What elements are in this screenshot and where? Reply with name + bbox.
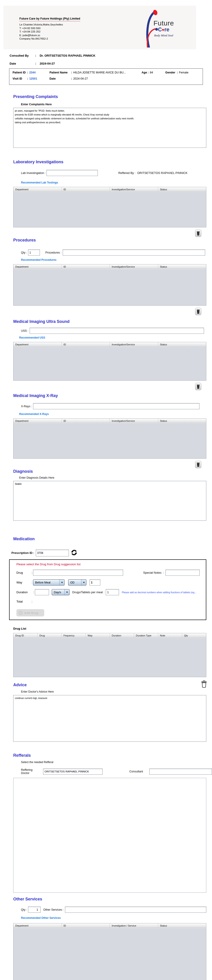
company-address: Le Chainter,Victoria,Mahe,Seychelles xyxy=(19,23,80,27)
fractions-note: Please add as decimal numbers when addin… xyxy=(122,591,196,594)
column-header-department[interactable]: Department xyxy=(13,923,62,928)
consultant-input[interactable] xyxy=(149,768,212,775)
frequency-select[interactable]: OD xyxy=(68,579,87,585)
column-header-status[interactable]: Status xyxy=(158,264,206,269)
procedures-trash-button[interactable] xyxy=(195,308,201,315)
referral-hint-label: Select the needed Refferal xyxy=(21,760,212,764)
advice-textarea[interactable]: continue current mgt, reassure xyxy=(13,695,206,742)
column-header-investigation-service[interactable]: Investigation/Service xyxy=(110,418,158,423)
column-header-qty[interactable]: Qty xyxy=(182,633,206,638)
column-header-department[interactable]: Department xyxy=(13,187,62,191)
other-services-qty-input[interactable] xyxy=(28,907,40,913)
recommended-xrays-link[interactable]: Recommended X-Rays xyxy=(19,412,212,416)
gender-label: Gender xyxy=(165,71,175,74)
column-header-department[interactable]: Department xyxy=(13,418,62,423)
uss-trash-button[interactable] xyxy=(195,383,201,390)
lab-investigation-input[interactable] xyxy=(47,170,98,176)
patient-info-box: Patient ID:2344 Patient Name:HILDA JOSET… xyxy=(9,68,203,85)
other-services-input[interactable] xyxy=(65,907,206,913)
visit-date-label: Date xyxy=(50,77,71,80)
prescription-id-label: Prescription ID xyxy=(11,551,32,555)
prescription-id-input[interactable] xyxy=(36,550,69,557)
column-header-investigation-service[interactable]: Investigation / Service xyxy=(110,923,158,928)
lab-recommendations-table: Department ID Investigation/Service Stat… xyxy=(13,187,206,228)
patient-gender-field: Gender :Female xyxy=(165,71,199,74)
drug-list-table-body[interactable] xyxy=(13,638,206,677)
procedures-qty-input[interactable] xyxy=(28,250,40,256)
duration-input[interactable] xyxy=(35,589,49,595)
column-header-id[interactable]: ID xyxy=(62,342,110,347)
column-header-status[interactable]: Status xyxy=(158,418,206,423)
heart-icon: ♥ xyxy=(162,27,164,32)
drug-entry-panel: Please select the Drug from Drug suggess… xyxy=(9,559,206,620)
uss-label: USS xyxy=(21,329,27,332)
drug-input[interactable] xyxy=(33,570,123,576)
column-header-status[interactable]: Status xyxy=(158,923,206,928)
add-drug-button[interactable]: + Add Drug xyxy=(16,609,44,616)
section-title-presenting-complaints: Presenting Complaints xyxy=(13,94,212,99)
referral-options-list[interactable] xyxy=(13,778,206,892)
visit-id-field: Visit ID:12501 xyxy=(13,77,50,80)
recommended-uss-link[interactable]: Recommended USS xyxy=(19,336,212,339)
column-header-investigation-service[interactable]: Investigation/Service xyxy=(110,342,158,347)
drug-list-trash-button[interactable] xyxy=(201,680,207,689)
per-meal-input[interactable] xyxy=(106,589,119,595)
recommended-lab-testings-link[interactable]: Recommended Lab Testings xyxy=(21,181,212,184)
section-title-diagnosis: Diagnosis xyxy=(13,469,212,474)
consultation-page: Future Care by Future Holdings (Pty) Lim… xyxy=(0,6,212,980)
complaints-hint-label: Enter Complaints Here xyxy=(21,103,212,106)
referring-doctor-input[interactable] xyxy=(43,768,102,775)
column-header-duration[interactable]: Duration xyxy=(110,633,134,638)
lab-trash-button[interactable] xyxy=(195,230,201,237)
frequency-selected-value: OD xyxy=(70,581,74,584)
column-header-id[interactable]: ID xyxy=(62,264,110,269)
plus-icon: + xyxy=(19,611,22,615)
other-services-table-body[interactable] xyxy=(13,928,206,980)
column-header-frequency[interactable]: Fequency xyxy=(62,633,86,638)
duration-type-select[interactable]: Day/s xyxy=(52,589,69,595)
company-number: Company No.8417652-2 xyxy=(19,37,80,41)
column-header-id[interactable]: ID xyxy=(62,923,110,928)
trash-icon xyxy=(196,309,200,314)
xray-label: X-Rays xyxy=(21,405,31,408)
column-header-duration-type[interactable]: Duration Type xyxy=(134,633,158,638)
trash-icon xyxy=(201,680,207,688)
column-header-status[interactable]: Status xyxy=(158,187,206,191)
column-header-id[interactable]: ID xyxy=(62,418,110,423)
column-header-department[interactable]: Department xyxy=(13,342,62,347)
recommended-procedures-link[interactable]: Recommended Procedures xyxy=(21,258,212,261)
column-header-department[interactable]: Department xyxy=(13,264,62,269)
special-notes-input[interactable] xyxy=(165,570,200,576)
complaints-textarea[interactable]: pt seen, managed for ?PUD. feels much be… xyxy=(13,108,206,148)
trash-icon xyxy=(196,384,200,389)
frequency-qty-input[interactable] xyxy=(90,579,100,585)
xray-table-body[interactable] xyxy=(13,423,206,458)
lab-table-body[interactable] xyxy=(13,192,206,227)
column-header-way[interactable]: Way xyxy=(86,633,110,638)
xray-input[interactable] xyxy=(33,403,199,409)
column-header-drug[interactable]: Drug xyxy=(38,633,62,638)
uss-table-body[interactable] xyxy=(13,347,206,380)
gender-value: Female xyxy=(179,71,188,74)
uss-input[interactable] xyxy=(30,328,204,334)
way-select[interactable]: Before Meal xyxy=(33,579,64,585)
diagnosis-textarea[interactable]: Stable xyxy=(13,481,206,521)
procedures-table-body[interactable] xyxy=(13,269,206,305)
recommended-other-services-link[interactable]: Recommended Other Services xyxy=(21,916,212,920)
column-header-status[interactable]: Status xyxy=(158,342,206,347)
section-title-medication: Medication xyxy=(13,537,212,541)
way-selected-value: Before Meal xyxy=(35,581,50,584)
logo-wordmark: Future C♥re Body Mind Soul xyxy=(149,19,178,37)
other-services-label: Other Services xyxy=(43,908,62,912)
column-header-investigation-service[interactable]: Investigation/Service xyxy=(110,264,158,269)
procedures-input[interactable] xyxy=(63,250,205,256)
consulted-by-value: Dr. ORITSETSETOS RAPHAEL PINNICK xyxy=(40,54,95,57)
column-header-id[interactable]: ID xyxy=(62,187,110,191)
refresh-prescription-button[interactable] xyxy=(71,549,77,557)
letterhead: Future Care by Future Holdings (Pty) Lim… xyxy=(3,6,196,49)
column-header-note[interactable]: Note xyxy=(158,633,182,638)
column-header-investigation-service[interactable]: Investigation/Service xyxy=(110,187,158,191)
referred-by-label: Reffered By xyxy=(118,171,134,175)
column-header-drug-id[interactable]: Drug ID xyxy=(13,633,38,638)
xray-trash-button[interactable] xyxy=(195,461,201,468)
